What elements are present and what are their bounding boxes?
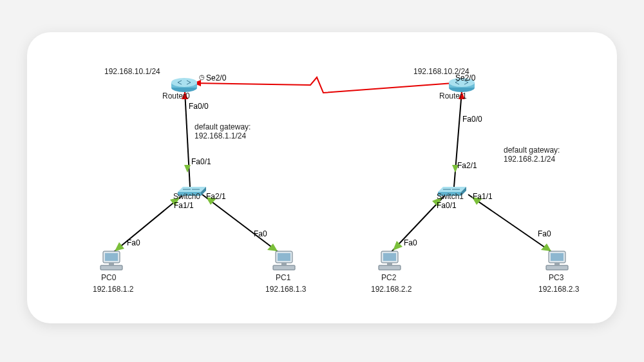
diagram-card: ◷ 192.168.10.1/24 Se2/0 Router0 Fa0/0 19… (27, 32, 617, 323)
router0-name: Router0 (162, 91, 190, 101)
gateway-right-title: default gateway: (504, 146, 560, 155)
switch0-name: Switch0 (173, 192, 200, 202)
link-s0-pc1 (202, 195, 281, 254)
pc2-port: Fa0 (404, 238, 417, 248)
pc0-ip: 192.168.1.2 (93, 285, 133, 294)
svg-rect-32 (100, 265, 122, 270)
pc1-ip: 192.168.1.3 (265, 285, 306, 294)
switch1-pc3-port: Fa1/1 (473, 192, 493, 202)
switch0-pc1-port: Fa2/1 (206, 192, 226, 202)
pc3-icon (545, 250, 569, 272)
pc2-name: PC2 (381, 273, 396, 283)
svg-rect-39 (383, 253, 396, 261)
gateway-left-title: default gateway: (194, 122, 251, 132)
router0-lan-port: Fa0/0 (189, 102, 209, 111)
pc0-name: PC0 (101, 273, 116, 283)
pc1-name: PC1 (276, 273, 290, 283)
router1-name: Router1 (439, 91, 467, 101)
router0-wan-port: Se2/0 (206, 73, 226, 83)
switch1-name: Switch1 (437, 192, 464, 202)
pc3-name: PC3 (549, 273, 564, 283)
dce-clock-icon: ◷ (199, 73, 205, 82)
gateway-right-ip: 192.168.2.1/24 (504, 155, 555, 164)
svg-rect-31 (105, 253, 118, 261)
svg-rect-33 (109, 263, 114, 265)
switch1-uplink-port: Fa2/1 (457, 161, 477, 171)
svg-rect-44 (546, 265, 568, 270)
switch0-uplink-port: Fa0/1 (191, 157, 211, 167)
switch1-pc2-port: Fa0/1 (437, 201, 457, 211)
svg-rect-35 (278, 253, 290, 261)
pc3-port: Fa0 (538, 229, 551, 239)
pc2-icon (377, 250, 402, 272)
link-r1-s1 (454, 91, 462, 187)
pc3-ip: 192.168.2.3 (538, 285, 579, 294)
pc1-icon (272, 250, 296, 272)
svg-point-16 (171, 78, 197, 87)
svg-rect-40 (379, 265, 401, 270)
link-serial-r0-r1 (193, 77, 462, 93)
svg-rect-45 (554, 263, 560, 265)
gateway-left-ip: 192.168.1.1/24 (194, 131, 246, 141)
pc0-port: Fa0 (127, 238, 140, 248)
svg-rect-36 (273, 265, 295, 270)
svg-rect-37 (281, 263, 287, 265)
router1-wan-port: Se2/0 (455, 73, 475, 83)
pc2-ip: 192.168.2.2 (371, 285, 412, 294)
pc1-port: Fa0 (254, 229, 267, 239)
svg-rect-43 (551, 253, 564, 261)
link-s1-pc3 (468, 195, 555, 254)
router1-lan-port: Fa0/0 (462, 115, 482, 124)
svg-rect-41 (387, 263, 392, 265)
switch0-pc0-port: Fa1/1 (174, 201, 194, 211)
router0-wan-ip: 192.168.10.1/24 (104, 67, 160, 77)
pc0-icon (99, 250, 124, 272)
